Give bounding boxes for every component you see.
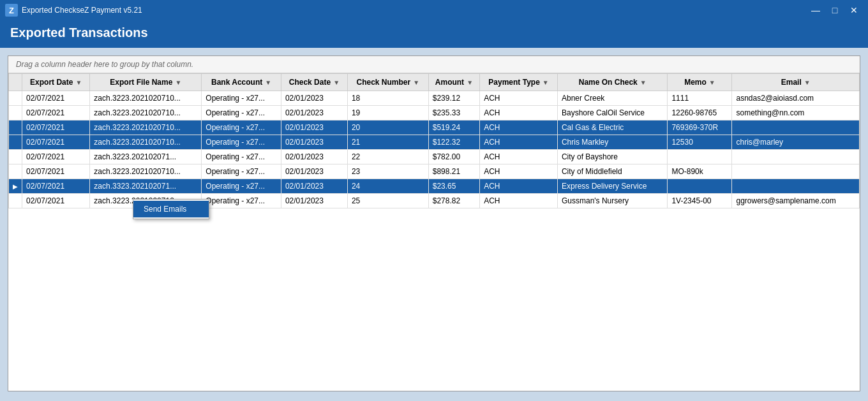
memo-cell: 12530 [668, 135, 732, 150]
amount-cell: $782.00 [428, 150, 479, 164]
row-indicator-cell [9, 164, 22, 179]
memo-cell: 769369-370R [668, 120, 732, 135]
row-indicator-cell [9, 150, 22, 164]
export-file-name-cell: zach.3223.2021020710... [90, 106, 202, 120]
row-indicator-cell [9, 135, 22, 150]
export-date-cell: 02/07/2021 [22, 91, 90, 106]
drag-hint: Drag a column header here to group by th… [8, 56, 860, 73]
export-file-name-cell: zach.3223.2021020710... [90, 135, 202, 150]
amount-cell: $898.21 [428, 164, 479, 179]
check-date-cell: 02/01/2023 [281, 179, 347, 194]
name-on-check-cell: Chris Markley [557, 135, 667, 150]
col-export-file-name[interactable]: Export File Name ▼ [90, 74, 202, 91]
memo-filter-icon[interactable]: ▼ [709, 79, 715, 86]
check-number-cell: 20 [347, 120, 428, 135]
email-filter-icon[interactable]: ▼ [804, 79, 811, 86]
email-cell [732, 150, 860, 164]
table-row[interactable]: 02/07/2021zach.3223.2021020710...Operati… [9, 91, 860, 106]
row-indicator-cell: ▶ [9, 179, 22, 194]
name-on-check-filter-icon[interactable]: ▼ [640, 79, 647, 86]
check-number-cell: 21 [347, 135, 428, 150]
col-amount[interactable]: Amount ▼ [428, 74, 479, 91]
bank-account-cell: Operating - x27... [202, 106, 281, 120]
send-emails-menu-item[interactable]: Send Emails [133, 201, 209, 217]
check-number-cell: 22 [347, 150, 428, 164]
col-email[interactable]: Email ▼ [732, 74, 860, 91]
col-export-date[interactable]: Export Date ▼ [22, 74, 90, 91]
col-name-on-check[interactable]: Name On Check ▼ [557, 74, 667, 91]
export-date-cell: 02/07/2021 [22, 164, 90, 179]
check-date-cell: 02/01/2023 [281, 91, 347, 106]
payment-type-filter-icon[interactable]: ▼ [542, 79, 549, 86]
payment-type-cell: ACH [480, 91, 558, 106]
amount-cell: $239.12 [428, 91, 479, 106]
payment-type-cell: ACH [480, 150, 558, 164]
export-date-cell: 02/07/2021 [22, 150, 90, 164]
amount-cell: $235.33 [428, 106, 479, 120]
email-cell [732, 164, 860, 179]
check-number-cell: 25 [347, 194, 428, 208]
minimize-button[interactable]: — [807, 3, 825, 17]
context-menu: Send Emails [133, 199, 209, 219]
row-indicator-cell [9, 194, 22, 208]
export-date-cell: 02/07/2021 [22, 135, 90, 150]
name-on-check-cell: Gussman's Nursery [557, 194, 667, 208]
maximize-button[interactable]: □ [826, 3, 844, 17]
check-number-cell: 24 [347, 179, 428, 194]
bank-account-cell: Operating - x27... [202, 120, 281, 135]
transactions-table: Export Date ▼ Export File Name ▼ [8, 73, 860, 208]
table-row[interactable]: ▶02/07/2021zach.3323.202102071...Operati… [9, 179, 860, 194]
bank-account-filter-icon[interactable]: ▼ [265, 79, 271, 86]
bank-account-cell: Operating - x27... [202, 194, 281, 208]
export-date-cell: 02/07/2021 [22, 194, 90, 208]
title-bar-left: Z Exported CheckseZ Payment v5.21 [5, 4, 142, 17]
col-check-date[interactable]: Check Date ▼ [281, 74, 347, 91]
email-cell [732, 120, 860, 135]
memo-cell: 12260-98765 [668, 106, 732, 120]
name-on-check-cell: Abner Creek [557, 91, 667, 106]
check-number-cell: 23 [347, 164, 428, 179]
email-cell [732, 179, 860, 194]
memo-cell: 1V-2345-00 [668, 194, 732, 208]
row-indicator-cell [9, 120, 22, 135]
export-file-name-cell: zach.3223.2021020710... [90, 91, 202, 106]
bank-account-cell: Operating - x27... [202, 91, 281, 106]
export-date-filter-icon[interactable]: ▼ [75, 79, 82, 86]
memo-cell: 1111 [668, 91, 732, 106]
payment-type-cell: ACH [480, 120, 558, 135]
col-payment-type[interactable]: Payment Type ▼ [480, 74, 558, 91]
table-row[interactable]: 02/07/2021zach.3223.2021020710...Operati… [9, 164, 860, 179]
memo-cell: MO-890k [668, 164, 732, 179]
export-file-name-cell: zach.3223.202102071... [90, 150, 202, 164]
check-date-cell: 02/01/2023 [281, 164, 347, 179]
page-title: Exported Transactions [10, 26, 148, 40]
bank-account-cell: Operating - x27... [202, 164, 281, 179]
check-number-cell: 19 [347, 106, 428, 120]
export-file-name-cell: zach.3323.202102071... [90, 179, 202, 194]
check-date-cell: 02/01/2023 [281, 194, 347, 208]
amount-cell: $122.32 [428, 135, 479, 150]
memo-cell [668, 179, 732, 194]
col-bank-account[interactable]: Bank Account ▼ [202, 74, 281, 91]
payment-type-cell: ACH [480, 194, 558, 208]
export-file-name-filter-icon[interactable]: ▼ [175, 79, 181, 86]
payment-type-cell: ACH [480, 179, 558, 194]
table-container: Drag a column header here to group by th… [8, 55, 860, 391]
window-close-button[interactable]: ✕ [845, 3, 863, 17]
export-date-cell: 02/07/2021 [22, 179, 90, 194]
col-check-number[interactable]: Check Number ▼ [347, 74, 428, 91]
export-date-cell: 02/07/2021 [22, 106, 90, 120]
table-row[interactable]: 02/07/2021zach.3223.2021020710...Operati… [9, 106, 860, 120]
bank-account-cell: Operating - x27... [202, 179, 281, 194]
title-bar-controls: — □ ✕ [807, 3, 863, 17]
table-row[interactable]: 02/07/2021zach.3223.2021020710...Operati… [9, 120, 860, 135]
check-date-cell: 02/01/2023 [281, 135, 347, 150]
table-row[interactable]: 02/07/2021zach.3223.2021020710...Operati… [9, 135, 860, 150]
check-date-filter-icon[interactable]: ▼ [333, 79, 340, 86]
amount-filter-icon[interactable]: ▼ [467, 79, 473, 86]
check-number-cell: 18 [347, 91, 428, 106]
email-cell: ggrowers@samplename.com [732, 194, 860, 208]
col-memo[interactable]: Memo ▼ [668, 74, 732, 91]
check-number-filter-icon[interactable]: ▼ [413, 79, 419, 86]
table-row[interactable]: 02/07/2021zach.3223.202102071...Operatin… [9, 150, 860, 164]
